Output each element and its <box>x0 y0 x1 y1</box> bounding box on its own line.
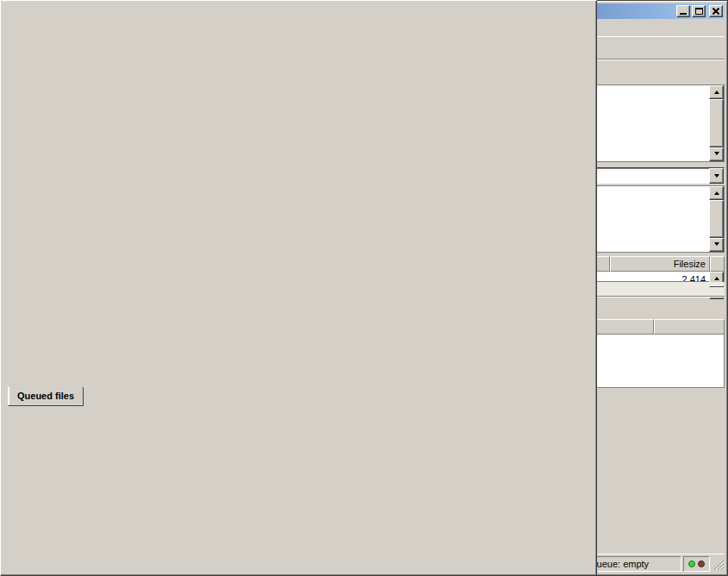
scroll-thumb[interactable] <box>0 0 597 576</box>
scroll-down-button[interactable] <box>709 147 724 161</box>
queue-status-text: Queue: empty <box>589 559 649 569</box>
chevron-down-icon <box>714 174 719 180</box>
remote-list-scrollbar[interactable] <box>709 272 724 281</box>
minimize-button[interactable] <box>676 5 690 17</box>
filezilla-window: Fz john@localhost - FileZilla File Edit … <box>0 0 728 576</box>
scroll-up-button[interactable] <box>709 85 724 99</box>
close-icon <box>712 7 720 16</box>
scroll-thumb[interactable] <box>709 200 724 238</box>
remote-tree-scrollbar[interactable] <box>709 186 724 252</box>
scroll-thumb[interactable] <box>709 285 724 287</box>
resize-grip[interactable] <box>712 558 724 572</box>
activity-led-send <box>698 560 705 567</box>
column-header-filesize[interactable]: Filesize <box>610 256 710 272</box>
scroll-up-button[interactable] <box>709 186 724 200</box>
column-header-filler <box>654 319 725 335</box>
remote-pane: Remote site: / / <box>367 166 725 314</box>
remote-site-dropdown-button[interactable] <box>709 168 724 184</box>
maximize-button[interactable] <box>692 5 706 17</box>
activity-led-receive <box>688 560 695 567</box>
scroll-thumb[interactable] <box>709 99 724 147</box>
tab-queued-files[interactable]: Queued files <box>8 387 84 406</box>
log-scrollbar[interactable] <box>709 85 724 161</box>
close-button[interactable] <box>709 5 723 17</box>
network-activity-indicator <box>683 556 710 572</box>
maximize-icon <box>695 8 703 15</box>
minimize-icon <box>680 13 687 15</box>
column-header-filler <box>710 256 725 272</box>
scroll-down-button[interactable] <box>709 238 724 252</box>
remote-list-horizontal-scrollbar[interactable] <box>367 282 725 296</box>
